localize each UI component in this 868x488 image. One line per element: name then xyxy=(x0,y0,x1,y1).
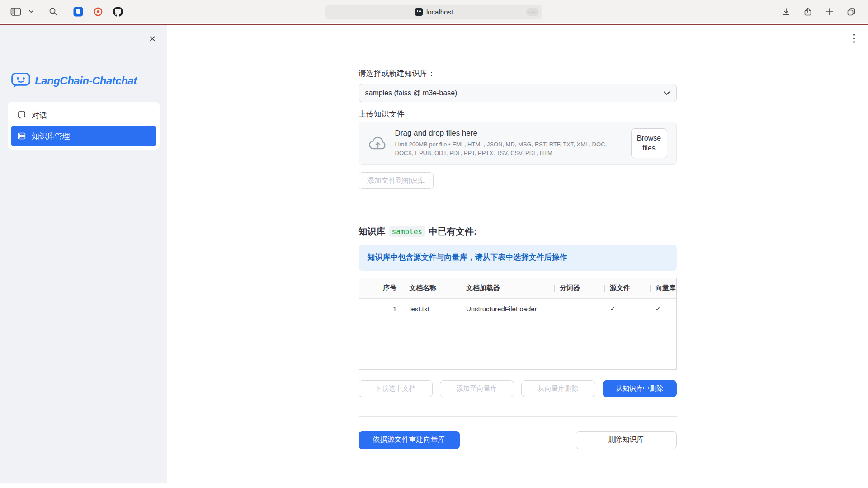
share-button[interactable] xyxy=(801,4,815,19)
uploader-limit-text: Limit 200MB per file • EML, HTML, JSON, … xyxy=(395,141,616,158)
table-header-index[interactable]: 序号 xyxy=(359,278,404,298)
site-favicon xyxy=(415,8,423,16)
delete-from-kb-button[interactable]: 从知识库中删除 xyxy=(603,380,677,397)
sidebar-menu-chevron[interactable] xyxy=(24,4,38,19)
cell-sourcefile-check: ✓ xyxy=(604,299,650,319)
kb-heading-prefix: 知识库 xyxy=(359,225,386,238)
app-viewport: ✕ LangChain-Chatchat 对 xyxy=(0,25,868,488)
cell-vectorstore-check: ✓ xyxy=(650,299,676,319)
search-icon xyxy=(49,7,57,16)
github-icon xyxy=(113,7,123,17)
address-url: localhost xyxy=(426,8,453,16)
address-bar[interactable]: localhost ··· xyxy=(326,5,542,19)
app-logo-text: LangChain-Chatchat xyxy=(35,75,137,87)
target-extension-icon xyxy=(93,7,103,17)
table-header-row: 序号 文档名称 文档加载器 分词器 源文件 向量库 xyxy=(359,278,676,299)
file-uploader-dropzone[interactable]: Drag and drop files here Limit 200MB per… xyxy=(359,122,677,165)
cloud-upload-icon xyxy=(368,136,388,151)
tabs-icon xyxy=(847,7,856,16)
browse-files-button[interactable]: Browse files xyxy=(631,128,667,158)
table-header-splitter[interactable]: 分词器 xyxy=(554,278,604,298)
table-row[interactable]: 1 test.txt UnstructuredFileLoader ✓ ✓ xyxy=(359,299,676,319)
sidebar-item-label: 知识库管理 xyxy=(32,131,70,141)
new-tab-button[interactable] xyxy=(823,4,836,19)
table-header-sourcefile[interactable]: 源文件 xyxy=(604,278,650,298)
extension-button-2[interactable] xyxy=(91,4,105,19)
download-icon xyxy=(782,7,791,16)
delete-kb-button[interactable]: 删除知识库 xyxy=(576,431,677,449)
info-banner: 知识库中包含源文件与向量库，请从下表中选择文件后操作 xyxy=(359,245,677,271)
page-content: 请选择或新建知识库： samples (faiss @ m3e-base) 上传… xyxy=(359,25,677,449)
uploader-title: Drag and drop files here xyxy=(395,129,616,138)
kb-select-label: 请选择或新建知识库： xyxy=(359,68,677,79)
shield-extension-icon xyxy=(73,7,83,17)
cell-loader: UnstructuredFileLoader xyxy=(461,299,554,319)
plus-icon xyxy=(826,8,834,16)
cell-splitter xyxy=(554,299,604,319)
sidebar-toggle-icon xyxy=(10,7,21,16)
main-area: 请选择或新建知识库： samples (faiss @ m3e-base) 上传… xyxy=(167,25,868,483)
cell-filename: test.txt xyxy=(404,299,461,319)
downloads-button[interactable] xyxy=(779,4,793,19)
kb-files-table: 序号 文档名称 文档加载器 分词器 源文件 向量库 1 test.txt Uns… xyxy=(359,278,677,370)
table-empty-area xyxy=(359,319,676,369)
table-header-filename[interactable]: 文档名称 xyxy=(404,278,461,298)
divider xyxy=(359,416,677,417)
rebuild-vectorstore-button[interactable]: 依据源文件重建向量库 xyxy=(359,431,460,449)
chevron-down-icon xyxy=(664,91,670,95)
chat-bubble-icon xyxy=(17,111,26,120)
kb-heading-suffix: 中已有文件: xyxy=(429,225,477,238)
sidebar-item-kb-management[interactable]: 知识库管理 xyxy=(11,126,156,146)
chatchat-logo-icon xyxy=(11,72,31,90)
streamlit-menu-button[interactable] xyxy=(847,32,861,45)
upload-label: 上传知识文件 xyxy=(359,109,677,119)
github-extension-button[interactable] xyxy=(111,4,125,19)
chevron-down-icon xyxy=(29,10,33,13)
sidebar-item-dialogue[interactable]: 对话 xyxy=(11,105,156,126)
app-logo: LangChain-Chatchat xyxy=(11,72,137,90)
extension-button-1[interactable] xyxy=(71,4,85,19)
add-files-to-kb-button[interactable]: 添加文件到知识库 xyxy=(359,172,434,189)
search-button[interactable] xyxy=(46,4,60,19)
share-icon xyxy=(803,7,812,16)
table-action-buttons: 下载选中文档 添加至向量库 从向量库删除 从知识库中删除 xyxy=(359,380,677,397)
divider xyxy=(359,206,677,206)
kb-name-code: samples xyxy=(389,226,425,237)
page-settings-icon[interactable]: ··· xyxy=(526,8,539,16)
browser-toolbar: localhost ··· xyxy=(0,0,868,23)
table-header-loader[interactable]: 文档加载器 xyxy=(461,278,554,298)
kb-bottom-actions: 依据源文件重建向量库 删除知识库 xyxy=(359,431,677,449)
kb-selected-value: samples (faiss @ m3e-base) xyxy=(365,89,664,97)
sidebar-item-label: 对话 xyxy=(32,110,47,121)
add-to-vectorstore-button[interactable]: 添加至向量库 xyxy=(440,380,514,397)
sidebar-nav: 对话 知识库管理 xyxy=(8,102,160,150)
tab-overview-button[interactable] xyxy=(844,4,858,19)
table-header-vectorstore[interactable]: 向量库 xyxy=(650,278,676,298)
sidebar-close-button[interactable]: ✕ xyxy=(146,33,159,45)
kb-selectbox[interactable]: samples (faiss @ m3e-base) xyxy=(359,84,677,102)
cell-index: 1 xyxy=(359,299,404,319)
sidebar-toggle-button[interactable] xyxy=(9,4,23,19)
sidebar: ✕ LangChain-Chatchat 对 xyxy=(0,25,167,483)
knowledge-base-icon xyxy=(17,131,26,141)
download-selected-button[interactable]: 下载选中文档 xyxy=(359,380,433,397)
delete-from-vectorstore-button[interactable]: 从向量库删除 xyxy=(521,380,595,397)
kb-files-heading: 知识库 samples 中已有文件: xyxy=(359,225,677,238)
